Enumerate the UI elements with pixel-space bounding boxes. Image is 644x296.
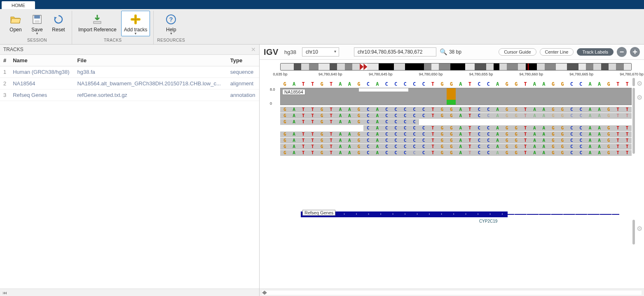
alignment-read[interactable]: GATTGTAAGCACCCCCTGGATCCAGGTAAGGCCAAGTT [280,113,632,119]
alignment-read[interactable]: GATTGTAAGCACCCCCTGGATCCAGGTAAGGCCAAGTT [280,150,632,156]
ruler-tick: 94,780,650 bp [419,72,443,76]
open-button[interactable]: Open [6,11,26,36]
ruler-tick: 94,780,655 bp [469,72,493,76]
ruler-tick: 94,780,665 bp [569,72,593,76]
close-icon[interactable]: ✕ [251,46,256,53]
track-handle[interactable] [632,88,635,154]
folder-open-icon [9,13,22,26]
cursor-guide-button[interactable]: Cursor Guide [499,48,536,56]
plus-icon [129,13,142,26]
alignment-read[interactable]: GATTGTAAGCACCCCCTGGATCCAGGTAAGGCCAAGTT [280,138,632,143]
help-icon: ? [164,13,178,26]
save-icon [30,13,44,26]
ideogram-locus-marker [528,63,529,70]
alignment-track-area: ⚙ ⚙ 8.0 0 NA18564 GATTGTAAGCACCCCCTGGATC… [280,88,632,226]
reset-button[interactable]: Reset [49,11,68,36]
igv-panel: IGV hg38 chr10 chr10:94,780,635-94,780,6… [260,45,644,296]
ribbon-group-tracks: Import Reference Add tracks ▼ TRACKS [72,11,154,44]
tracks-panel-header: TRACKS ✕ [0,45,259,55]
igv-logo: IGV [264,47,279,57]
rewind-icon[interactable]: ⏮ [2,290,7,295]
col-file[interactable]: File [74,55,227,66]
col-type[interactable]: Type [227,55,259,66]
ribbon-caption-tracks: TRACKS [104,37,122,44]
gear-icon[interactable]: ⚙ [637,80,642,87]
ribbon-caption-resources: RESOURCES [157,37,185,44]
right-statusbar [260,289,644,296]
track-handle[interactable] [632,78,635,86]
ruler-tick: 94,780,640 bp [318,72,342,76]
ruler-tick: 94,780,645 bp [369,72,393,76]
coverage-variant [447,100,456,105]
genomic-ruler: 0,635 bp94,780,640 bp94,780,645 bp94,780… [280,72,632,80]
download-arrow-icon [91,13,104,26]
track-handle[interactable] [632,220,635,244]
main-split: TRACKS ✕ # Name File Type 1Human (GRCh38… [0,45,644,296]
save-button[interactable]: Save ▼ [27,11,47,36]
ruler-tick: 94,780,660 bp [520,72,543,76]
ribbon: Open Save ▼ Reset SESSION [0,9,644,45]
alignment-read[interactable]: GATTGTAAGCACCCC [280,119,632,125]
svg-rect-2 [35,20,40,23]
tracks-table: # Name File Type 1Human (GRCh38/hg38)hg3… [0,55,259,289]
ribbon-group-session: Open Save ▼ Reset SESSION [2,11,72,44]
span-label: 38 bp [449,49,461,55]
ruler-tick: 0,635 bp [273,72,287,76]
gene-direction-arrows: › › › › › › › › › › › › › › › › › › › › … [307,212,613,216]
alignment-reads[interactable]: GATTGTAAGCACCCCCTGGATCCAGGTAAGGCCAAGTTGA… [280,107,632,156]
reference-sequence: GATTGTAAGCACCCCCTGGATCCAGGTAAGGCCAAGTT [280,81,632,87]
table-row[interactable]: 3Refseq GenesrefGene.sorted.txt.gzannota… [0,89,259,101]
igv-genome-label: hg38 [282,48,299,56]
left-statusbar: ⏮ [0,289,259,296]
locus-input[interactable]: chr10:94,780,635-94,780,672 [354,47,436,56]
chromosome-ideogram[interactable] [280,63,632,70]
import-reference-button[interactable]: Import Reference [75,11,119,36]
app-titlebar: HOME [0,0,644,9]
alignment-read[interactable]: GATTGTAAGCACCCCCTGGATCCAGGTAAGGCCAAGTT [280,132,632,137]
svg-rect-1 [34,15,40,19]
chevron-down-icon: ▼ [35,33,39,35]
help-button[interactable]: ? Help ▼ [161,11,181,36]
add-tracks-button[interactable]: Add tracks ▼ [121,11,150,36]
alignment-read[interactable]: GATTGTAAGCACCCCCTGGATCCAGGTAAGGCCAAGTT [280,144,632,150]
coverage-max: 8.0 [270,87,275,92]
gene-name-label: CYP2C19 [479,219,497,223]
track-labels-button[interactable]: Track Labels [577,48,614,56]
search-icon[interactable]: 🔍 [440,48,447,56]
gear-icon[interactable]: ⚙ [637,225,642,233]
tracks-panel-title: TRACKS [3,47,23,52]
svg-text:?: ? [169,16,173,23]
ribbon-caption-session: SESSION [27,37,47,44]
scroll-right-icon[interactable] [265,291,642,295]
igv-toolbar: IGV hg38 chr10 chr10:94,780,635-94,780,6… [260,45,644,60]
alignment-read[interactable]: CACCCCCTGGATCCAGGTAAGGCCAAGTT [280,125,632,131]
coverage-min: 0 [270,101,272,106]
ruler-tick: 94,780,670 bp [620,72,644,76]
search-span: 🔍 38 bp [440,48,461,56]
svg-rect-3 [94,21,101,23]
center-line-button[interactable]: Center Line [540,48,574,56]
alignment-read[interactable]: GATTGTAAGCACCCCCTGGATCCAGGTAAGGCCAAGTT [280,107,632,113]
chevron-down-icon: ▼ [134,33,137,35]
tab-home[interactable]: HOME [2,1,35,9]
chevron-down-icon: ▼ [169,33,173,35]
coverage-track[interactable]: 8.0 0 NA18564 [280,88,632,105]
coverage-gap [359,88,408,92]
ribbon-group-resources: ? Help ▼ RESOURCES [154,11,188,44]
col-index[interactable]: # [0,55,9,66]
zoom-out-button[interactable]: − [617,47,627,57]
table-row[interactable]: 1Human (GRCh38/hg38)hg38.fasequence [0,66,259,78]
gear-icon[interactable]: ⚙ [637,94,642,101]
col-name[interactable]: Name [9,55,74,66]
tracks-panel: TRACKS ✕ # Name File Type 1Human (GRCh38… [0,45,260,296]
coverage-label: NA18564 [282,89,305,95]
chromosome-select[interactable]: chr10 [302,47,339,56]
table-row[interactable]: 2NA18564NA18564.alt_bwamem_GRCh38DH.2015… [0,78,259,89]
undo-icon [52,13,65,26]
zoom-in-button[interactable]: + [630,47,640,57]
gene-track-label: Refseq Genes [302,210,335,216]
gene-track[interactable]: Refseq Genes › › › › › › › › › › › › › ›… [301,210,619,226]
